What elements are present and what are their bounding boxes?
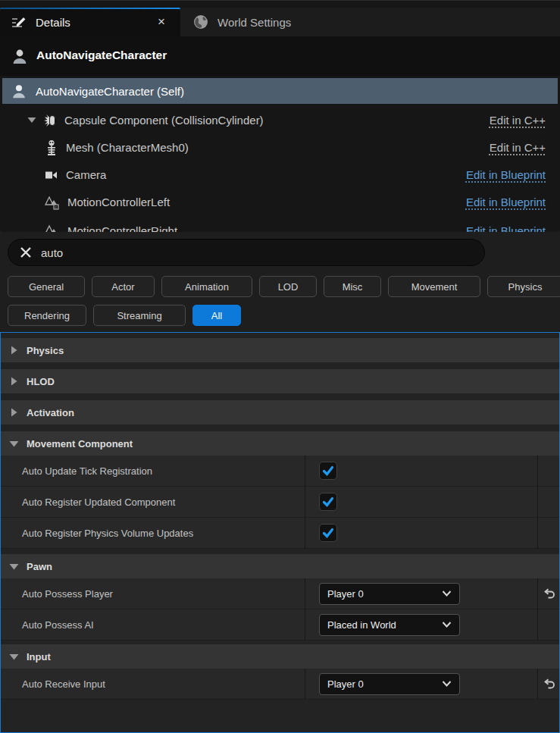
dropdown-value: Player 0 <box>320 678 442 690</box>
tab-world-settings[interactable]: World Settings <box>182 8 373 36</box>
section-movement-component[interactable]: Movement Component <box>1 431 559 456</box>
top-strip <box>0 0 560 8</box>
section-hlod[interactable]: HLOD <box>1 369 559 393</box>
edit-in-blueprint-link[interactable]: Edit in Blueprint <box>466 196 546 208</box>
edit-in-cpp-link[interactable]: Edit in C++ <box>490 114 546 127</box>
checkbox-checked[interactable] <box>319 462 337 480</box>
filter-chip-row-1: General Actor Animation LOD Misc Movemen… <box>8 276 560 297</box>
property-name: Auto Possess AI <box>1 609 305 640</box>
motion-controller-icon <box>45 224 60 233</box>
tree-row-label: Camera <box>66 168 106 181</box>
filter-chip-rendering[interactable]: Rendering <box>8 305 86 326</box>
tree-row-self[interactable]: AutoNavigateCharacter (Self) <box>2 78 558 104</box>
section-activation[interactable]: Activation <box>1 400 559 424</box>
section-pawn[interactable]: Pawn <box>1 554 559 578</box>
property-row-auto-register-updated-component: Auto Register Updated Component <box>1 487 559 518</box>
tree-row-motioncontroller-right[interactable]: MotionControllerRight Edit in Blueprint <box>2 218 558 232</box>
globe-icon <box>192 14 209 30</box>
auto-possess-player-dropdown[interactable]: Player 0 <box>319 583 460 605</box>
section-label: Movement Component <box>27 438 133 450</box>
property-name: Auto Update Tick Registration <box>1 456 305 486</box>
property-row-auto-possess-player: Auto Possess Player Player 0 <box>1 578 559 609</box>
filter-chip-general[interactable]: General <box>8 276 85 297</box>
tree-row-motioncontroller-left[interactable]: c MotionControllerLeft Edit in Blueprint <box>2 189 558 215</box>
tree-row-label: Capsule Component (CollisionCylinder) <box>64 114 264 127</box>
edit-in-blueprint-link[interactable]: Edit in Blueprint <box>466 224 546 232</box>
section-label: Physics <box>27 345 64 356</box>
search-filter-area: ★ General Actor Animation LOD Misc Movem… <box>0 232 560 332</box>
filter-chip-lod[interactable]: LOD <box>259 276 317 297</box>
filter-chip-streaming[interactable]: Streaming <box>93 305 186 326</box>
chevron-down-icon <box>442 622 452 628</box>
clear-search-icon[interactable] <box>20 246 32 258</box>
reset-cell <box>538 609 559 640</box>
property-row-auto-receive-input: Auto Receive Input Player 0 <box>1 669 559 700</box>
checkbox-checked[interactable] <box>319 493 337 511</box>
filter-chip-row-2: Rendering Streaming All <box>8 305 241 326</box>
tree-row-label: AutoNavigateCharacter (Self) <box>36 85 184 98</box>
property-name: Auto Register Updated Component <box>1 487 305 517</box>
capsule-icon <box>43 113 58 128</box>
edit-in-cpp-link[interactable]: Edit in C++ <box>490 141 546 154</box>
motion-controller-icon: c <box>45 195 60 210</box>
tab-world-settings-label: World Settings <box>217 16 291 29</box>
header: AutoNavigateCharacter + Add <box>0 36 560 76</box>
expanded-arrow-icon <box>9 440 19 447</box>
search-bar[interactable] <box>8 239 485 266</box>
tree-row-mesh[interactable]: Mesh (CharacterMesh0) Edit in C++ <box>2 134 558 161</box>
properties-panel: Physics HLOD Activation Movement Compone… <box>0 332 560 733</box>
checkbox-checked[interactable] <box>319 524 337 542</box>
reset-to-default-button[interactable] <box>538 669 559 699</box>
filter-chip-animation[interactable]: Animation <box>161 276 252 297</box>
reset-arrow-icon <box>543 678 555 690</box>
section-input[interactable]: Input <box>1 644 559 669</box>
details-pencil-icon <box>11 14 27 30</box>
property-name: Auto Receive Input <box>1 669 305 699</box>
auto-receive-input-dropdown[interactable]: Player 0 <box>319 673 460 695</box>
character-icon <box>11 47 29 65</box>
section-physics[interactable]: Physics <box>1 338 559 362</box>
section-label: Pawn <box>27 561 52 572</box>
person-icon <box>11 82 27 100</box>
filter-chip-physics[interactable]: Physics <box>487 276 560 297</box>
tab-details[interactable]: Details × <box>0 8 180 36</box>
expanded-arrow-icon <box>9 653 19 660</box>
tree-row-capsule[interactable]: Capsule Component (CollisionCylinder) Ed… <box>2 107 558 133</box>
tree-row-camera[interactable]: Camera Edit in Blueprint <box>2 161 558 188</box>
property-name: Auto Register Physics Volume Updates <box>1 518 305 548</box>
dropdown-value: Placed in World <box>320 619 442 631</box>
auto-possess-ai-dropdown[interactable]: Placed in World <box>319 614 460 636</box>
property-name: Auto Possess Player <box>1 578 305 609</box>
property-row-auto-update-tick-registration: Auto Update Tick Registration <box>1 456 559 487</box>
reset-cell <box>538 487 559 517</box>
skeleton-icon <box>45 139 58 156</box>
tab-bar: Details × World Settings <box>0 8 560 36</box>
reset-to-default-button[interactable] <box>538 578 559 609</box>
property-row-auto-possess-ai: Auto Possess AI Placed in World <box>1 609 559 641</box>
chevron-down-icon <box>442 590 452 597</box>
collapsed-arrow-icon <box>11 377 17 386</box>
section-label: HLOD <box>27 376 55 387</box>
section-label: Activation <box>27 407 74 418</box>
page-title: AutoNavigateCharacter <box>36 49 167 62</box>
filter-chip-all[interactable]: All <box>192 305 241 326</box>
section-label: Input <box>27 651 51 663</box>
filter-chip-misc[interactable]: Misc <box>324 276 381 297</box>
tree-row-label: Mesh (CharacterMesh0) <box>66 141 189 154</box>
collapsed-arrow-icon <box>11 346 17 355</box>
component-tree: AutoNavigateCharacter (Self) Capsule Com… <box>0 76 560 232</box>
camera-icon <box>45 168 58 182</box>
filter-chip-actor[interactable]: Actor <box>92 276 155 297</box>
expanded-arrow-icon <box>9 563 19 570</box>
edit-in-blueprint-link[interactable]: Edit in Blueprint <box>466 168 546 181</box>
search-input[interactable] <box>41 246 484 259</box>
property-row-auto-register-physics-volume-updates: Auto Register Physics Volume Updates <box>1 518 559 549</box>
tab-close-icon[interactable]: × <box>158 14 165 30</box>
tab-details-label: Details <box>36 16 70 29</box>
reset-cell <box>538 518 559 548</box>
expander-arrow-icon[interactable] <box>27 117 36 124</box>
tree-row-label: MotionControllerLeft <box>67 196 170 208</box>
filter-chip-movement[interactable]: Movement <box>388 276 480 297</box>
tree-row-label: MotionControllerRight <box>67 224 177 232</box>
chevron-down-icon <box>442 681 452 687</box>
